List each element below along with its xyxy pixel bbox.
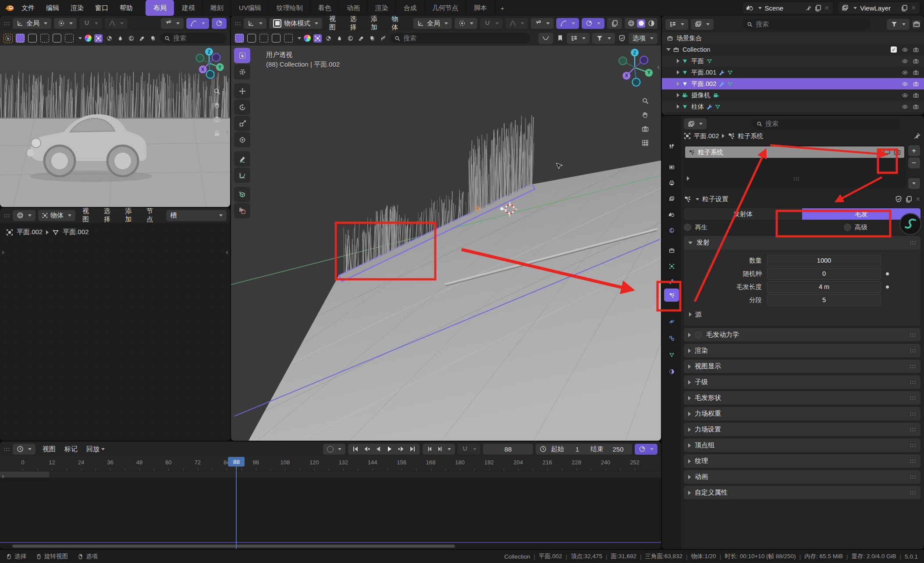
- zigzag-icon[interactable]: [379, 34, 387, 43]
- sidebar-collapse-arrow[interactable]: ‹: [226, 248, 228, 256]
- hide-eye-toggle[interactable]: [902, 47, 908, 53]
- workspace-tab-渲染[interactable]: 渲染: [367, 0, 396, 16]
- workspace-tab-建模[interactable]: 建模: [174, 0, 203, 16]
- new-workspace-button[interactable]: +: [494, 0, 510, 16]
- sidebar-collapse-arrow[interactable]: ‹: [226, 128, 229, 135]
- scale-tool[interactable]: [234, 116, 250, 131]
- expander-icon[interactable]: [677, 93, 679, 97]
- select-mode-new[interactable]: [235, 34, 244, 43]
- animate-dot[interactable]: [886, 272, 889, 275]
- properties-tab-view-layer[interactable]: [664, 192, 679, 205]
- lock-icon[interactable]: [213, 130, 220, 137]
- properties-tab-particles[interactable]: [664, 289, 679, 302]
- panel-力场设置[interactable]: 力场设置: [684, 423, 920, 436]
- editor-type-button[interactable]: [244, 18, 267, 29]
- panel-drag-handle[interactable]: [910, 459, 916, 463]
- select-mode-intersect[interactable]: [284, 34, 293, 43]
- drag-handle[interactable]: [235, 21, 241, 25]
- zoom-icon[interactable]: [642, 97, 649, 104]
- gizmos-toggle[interactable]: [556, 18, 579, 29]
- properties-search-input[interactable]: 搜索: [752, 119, 900, 129]
- collection-checkbox[interactable]: ✓: [891, 46, 897, 53]
- outliner-item-平面[interactable]: 平面: [662, 55, 924, 67]
- panel-drag-handle[interactable]: [910, 364, 916, 368]
- editor-type-button[interactable]: [665, 19, 688, 30]
- workspace-tab-动画[interactable]: 动画: [339, 0, 367, 16]
- bookmark-icon[interactable]: [556, 34, 564, 43]
- transform-tool[interactable]: [234, 132, 250, 147]
- overlays-toggle[interactable]: [212, 18, 227, 29]
- xray-toggle[interactable]: [607, 18, 622, 29]
- unlink-icon[interactable]: ✕: [915, 196, 920, 203]
- panel-header[interactable]: 子级: [684, 375, 920, 389]
- render-visibility-toggle[interactable]: [913, 47, 919, 53]
- properties-tab-physics[interactable]: [664, 315, 679, 328]
- jump-to-start-button[interactable]: [352, 445, 359, 453]
- timeline-menu-标记[interactable]: 标记: [60, 444, 82, 455]
- menubar-item-窗口[interactable]: 窗口: [89, 4, 114, 12]
- render-visibility-toggle[interactable]: [913, 58, 919, 64]
- end-frame-field[interactable]: 250: [608, 445, 628, 453]
- scene-name[interactable]: Scene: [765, 4, 803, 12]
- pan-hand-icon[interactable]: [642, 111, 649, 118]
- panel-header[interactable]: 力场设置: [684, 423, 920, 436]
- show-gizmo-toggle[interactable]: [531, 18, 554, 29]
- add-particle-system-button[interactable]: +: [908, 145, 920, 156]
- menubar-item-帮助[interactable]: 帮助: [114, 4, 139, 12]
- prev-keyframe-button[interactable]: [363, 445, 370, 453]
- panel-header[interactable]: 纹理: [684, 454, 920, 468]
- material-slot-dropdown[interactable]: 槽: [166, 210, 227, 221]
- expander-icon[interactable]: [677, 59, 679, 63]
- show-gizmo-toggle[interactable]: [161, 18, 184, 29]
- panel-力场权重[interactable]: 力场权重: [684, 407, 920, 420]
- copy-icon[interactable]: [814, 4, 821, 11]
- breadcrumb-object[interactable]: 平面.002: [17, 228, 43, 236]
- toolbar-expand-arrow[interactable]: ›: [2, 248, 4, 256]
- regrow-checkbox[interactable]: [684, 224, 691, 231]
- workspace-tab-着色[interactable]: 着色: [310, 0, 339, 16]
- material-shading-button[interactable]: [647, 19, 655, 28]
- brush-icon[interactable]: [357, 34, 366, 43]
- step-forward-button[interactable]: [436, 445, 443, 453]
- panel-毛发形状[interactable]: 毛发形状: [684, 391, 920, 405]
- select-mode-intersect[interactable]: [65, 34, 74, 43]
- hide-eye-toggle[interactable]: [902, 58, 908, 64]
- viewport-canvas[interactable]: ZYX ‹: [0, 46, 230, 207]
- options-dropdown[interactable]: 选项: [629, 33, 657, 44]
- source-subpanel[interactable]: 源: [684, 308, 920, 321]
- menubar-item-文件[interactable]: 文件: [16, 4, 40, 12]
- proportional-editing[interactable]: [105, 18, 128, 29]
- panel-header[interactable]: 视图显示: [684, 360, 920, 373]
- duplicate-tool[interactable]: [234, 203, 250, 218]
- stamp-icon[interactable]: [368, 34, 377, 43]
- panel-视图显示[interactable]: 视图显示: [684, 360, 920, 373]
- shield-icon[interactable]: [618, 34, 626, 43]
- add-cube-tool[interactable]: [234, 187, 250, 202]
- cursor-tool[interactable]: [234, 64, 250, 79]
- properties-tab-constraints[interactable]: [664, 331, 679, 345]
- outliner-search-input[interactable]: 搜索: [743, 19, 871, 29]
- specials-menu-button[interactable]: [908, 178, 920, 189]
- field-value-毛发长度[interactable]: 4 m: [767, 281, 881, 293]
- timeline-menu-视图[interactable]: 视图: [38, 444, 60, 455]
- hierarchy-filter[interactable]: [567, 33, 590, 44]
- viewport-menu-添加[interactable]: 添加: [366, 16, 387, 33]
- workspace-tab-合成[interactable]: 合成: [396, 0, 424, 16]
- drag-handle[interactable]: [4, 21, 10, 25]
- select-mode-invert[interactable]: [272, 34, 281, 43]
- properties-tab-object-data[interactable]: [664, 348, 679, 361]
- panel-drag-handle[interactable]: [910, 380, 916, 384]
- hide-eye-toggle[interactable]: [902, 70, 908, 75]
- play-reverse-button[interactable]: [375, 445, 382, 453]
- render-visibility-toggle[interactable]: [913, 70, 919, 75]
- current-frame-field[interactable]: 88: [483, 444, 533, 455]
- drag-handle[interactable]: [4, 214, 10, 217]
- pie-toggle-icon[interactable]: [324, 34, 333, 43]
- panel-drag-handle[interactable]: [910, 349, 916, 353]
- panel-header[interactable]: 顶点组: [684, 438, 920, 452]
- sidebar-collapse-arrow[interactable]: ‹: [657, 63, 660, 71]
- rotate-tool[interactable]: [234, 100, 250, 115]
- gizmos-toggle[interactable]: [186, 18, 209, 29]
- panel-渲染[interactable]: 渲染: [684, 344, 920, 357]
- workspace-tab-脚本[interactable]: 脚本: [466, 0, 494, 16]
